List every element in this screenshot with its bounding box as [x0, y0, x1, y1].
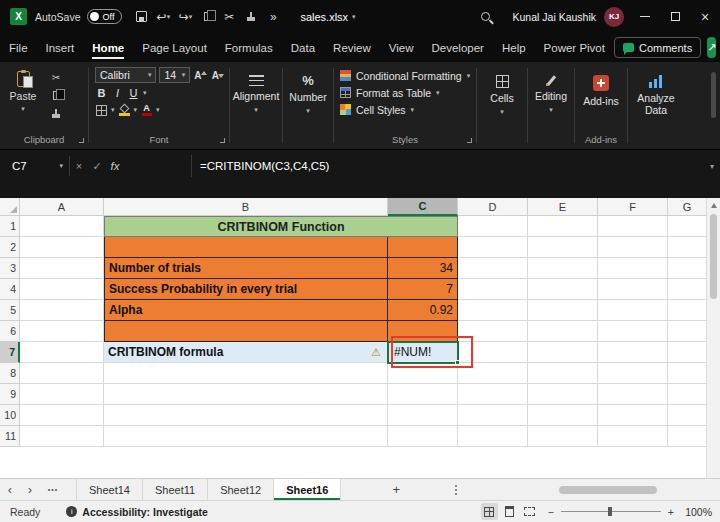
row-header[interactable]: 6 — [0, 321, 20, 342]
cell-c6[interactable] — [388, 321, 458, 342]
scroll-up-icon[interactable] — [711, 203, 717, 208]
page-layout-view-button[interactable] — [501, 503, 518, 520]
cell[interactable] — [668, 258, 706, 279]
cell[interactable] — [668, 216, 706, 237]
italic-button[interactable]: I — [111, 86, 124, 100]
cell[interactable] — [598, 216, 668, 237]
col-header-a[interactable]: A — [20, 198, 104, 216]
cell[interactable] — [598, 363, 668, 384]
zoom-slider-thumb[interactable] — [608, 507, 612, 516]
tab-formulas[interactable]: Formulas — [216, 33, 282, 62]
row-header[interactable]: 9 — [0, 384, 20, 405]
maximize-button[interactable] — [660, 0, 690, 33]
copy-button[interactable] — [46, 88, 66, 103]
alignment-button[interactable]: Alignment ▾ — [230, 62, 282, 149]
cell-b1-title[interactable]: CRITBINOM Function — [104, 216, 458, 237]
tab-developer[interactable]: Developer — [423, 33, 493, 62]
cell[interactable] — [528, 426, 598, 447]
font-size-select[interactable]: 14▾ — [159, 67, 190, 83]
cell[interactable] — [20, 405, 104, 426]
sheet-tab-sheet11[interactable]: Sheet11 — [143, 479, 208, 500]
row-header[interactable]: 11 — [0, 426, 20, 447]
cell-b2[interactable] — [104, 237, 388, 258]
cell[interactable] — [598, 321, 668, 342]
tab-home[interactable]: Home — [83, 33, 133, 62]
horizontal-scrollbar-thumb[interactable] — [559, 486, 657, 494]
cell[interactable] — [458, 426, 528, 447]
cell[interactable] — [458, 342, 528, 363]
analyze-data-button[interactable]: Analyze Data — [628, 62, 684, 149]
autosave-toggle[interactable]: Off — [87, 9, 123, 24]
cell-b3[interactable]: Number of trials — [104, 258, 388, 279]
font-name-select[interactable]: Calibri▾ — [95, 67, 156, 83]
more-commands-button[interactable]: » — [262, 5, 284, 29]
dialog-launcher-icon[interactable] — [79, 138, 84, 143]
cell[interactable] — [668, 426, 706, 447]
cell[interactable] — [668, 405, 706, 426]
cell[interactable] — [388, 405, 458, 426]
format-as-table-button[interactable]: Format as Table▾ — [340, 84, 476, 101]
zoom-in-button[interactable]: + — [668, 506, 674, 518]
sheet-tab-sheet12[interactable]: Sheet12 — [208, 479, 274, 500]
cell-c7-selected[interactable]: #NUM! — [388, 342, 458, 363]
cell[interactable] — [668, 237, 706, 258]
col-header-d[interactable]: D — [458, 198, 528, 216]
cell[interactable] — [458, 300, 528, 321]
expand-formula-bar-icon[interactable]: ▾ — [710, 162, 714, 171]
cell[interactable] — [20, 426, 104, 447]
fill-color-button[interactable] — [118, 103, 131, 117]
cell[interactable] — [668, 384, 706, 405]
cell[interactable] — [458, 237, 528, 258]
cell-a6[interactable] — [20, 321, 104, 342]
next-sheet-button[interactable]: › — [20, 479, 40, 500]
row-header[interactable]: 8 — [0, 363, 20, 384]
redo-button[interactable]: ↪▾ — [174, 5, 196, 29]
cell[interactable] — [528, 237, 598, 258]
cell[interactable] — [598, 342, 668, 363]
document-title[interactable]: sales.xlsx — [300, 11, 348, 23]
cell-a3[interactable] — [20, 258, 104, 279]
cell[interactable] — [458, 384, 528, 405]
bold-button[interactable]: B — [95, 86, 108, 100]
cancel-button[interactable]: × — [70, 156, 88, 176]
cell[interactable] — [598, 384, 668, 405]
tab-view[interactable]: View — [380, 33, 423, 62]
cell-c2[interactable] — [388, 237, 458, 258]
col-header-b[interactable]: B — [104, 198, 388, 216]
col-header-g[interactable]: G — [668, 198, 706, 216]
cell[interactable] — [528, 363, 598, 384]
tab-power-pivot[interactable]: Power Pivot — [535, 33, 614, 62]
cell[interactable] — [598, 237, 668, 258]
name-box[interactable]: C7▾ — [6, 156, 70, 176]
cell[interactable] — [388, 384, 458, 405]
accessibility-status[interactable]: iAccessibility: Investigate — [66, 506, 207, 518]
row-header[interactable]: 4 — [0, 279, 20, 300]
cell[interactable] — [528, 321, 598, 342]
cell[interactable] — [598, 279, 668, 300]
ribbon-scrollbar[interactable] — [711, 72, 716, 118]
cut-button[interactable]: ✂ — [46, 70, 66, 85]
user-name[interactable]: Kunal Jai Kaushik — [513, 11, 596, 23]
row-header[interactable]: 5 — [0, 300, 20, 321]
tab-review[interactable]: Review — [324, 33, 380, 62]
cell[interactable] — [458, 321, 528, 342]
cell-styles-button[interactable]: Cell Styles▾ — [340, 101, 476, 118]
share-button[interactable]: ↗ — [707, 37, 716, 58]
fill-handle[interactable] — [455, 360, 460, 365]
minimize-button[interactable] — [630, 0, 660, 33]
cell[interactable] — [528, 258, 598, 279]
cell-b7[interactable]: CRITBINOM formula⚠ — [104, 342, 388, 363]
tab-splitter-handle[interactable] — [455, 479, 457, 500]
cell[interactable] — [458, 258, 528, 279]
underline-button[interactable]: U — [127, 86, 140, 100]
format-painter-button[interactable] — [46, 106, 66, 121]
tab-page-layout[interactable]: Page Layout — [133, 33, 216, 62]
new-sheet-button[interactable]: + — [383, 479, 409, 500]
cell[interactable] — [458, 405, 528, 426]
cell[interactable] — [458, 363, 528, 384]
save-button[interactable] — [130, 5, 152, 29]
row-header[interactable]: 10 — [0, 405, 20, 426]
dialog-launcher-icon[interactable] — [220, 138, 225, 143]
zoom-level[interactable]: 100% — [682, 506, 712, 518]
vertical-scrollbar[interactable] — [706, 198, 720, 478]
